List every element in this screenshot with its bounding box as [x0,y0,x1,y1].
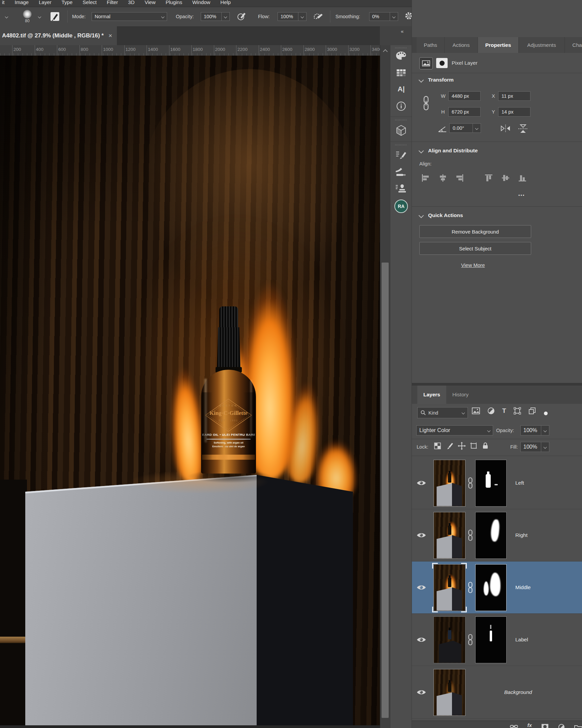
layer-mask-thumbnail[interactable] [475,460,506,506]
layers-opacity-select[interactable]: 100% [520,425,549,436]
layer-mask-thumbnail[interactable] [475,617,506,663]
align-vertical-centers-button[interactable] [501,174,510,182]
rotation-caret[interactable] [473,123,481,133]
layer-row-middle[interactable]: Middle [412,562,582,614]
airbrush-toggle[interactable] [312,7,324,26]
layer-row-right[interactable]: Right [412,509,582,562]
visibility-eye-icon[interactable] [416,689,426,695]
menu-item-window[interactable]: Window [192,0,210,5]
menu-item-3d[interactable]: 3D [128,0,134,5]
brush-settings-toggle[interactable] [50,7,60,26]
view-more-link[interactable]: View More [461,262,485,268]
tab-adjustments[interactable]: Adjustments [519,37,565,53]
align-horizontal-centers-button[interactable] [438,174,448,182]
document-tab[interactable]: A4802.tif @ 27.9% (Middle , RGB/16) * × [0,26,117,45]
filter-adjustment-layers-icon[interactable] [487,407,495,415]
mask-link-icon[interactable] [468,634,473,645]
color-panel-icon[interactable] [390,51,412,61]
3d-panel-icon[interactable] [390,125,412,136]
dock-grip[interactable] [395,47,407,49]
remove-background-button[interactable]: Remove Background [419,225,531,238]
canvas[interactable]: BOSTON King·C·Gillette EST · 1901 BEARD … [0,56,380,725]
link-dimensions-icon[interactable] [423,96,429,110]
swatches-panel-icon[interactable] [390,69,412,77]
tab-history[interactable]: History [446,386,475,404]
collapse-panels-icon[interactable]: « [401,28,404,34]
opacity-select[interactable]: 100% [201,7,230,26]
brushes-panel-icon[interactable] [390,167,412,177]
tab-properties[interactable]: Properties [478,37,519,53]
menu-item-edit[interactable]: it [2,0,5,5]
menu-item-view[interactable]: View [145,0,156,5]
tab-actions[interactable]: Actions [445,37,478,53]
layer-row-label[interactable]: Label [412,614,582,666]
layer-thumbnail[interactable] [434,564,466,611]
layer-thumbnail[interactable] [434,460,466,506]
menu-item-plugins[interactable]: Plugins [166,0,182,5]
filter-pixel-layers-icon[interactable] [472,408,480,414]
align-right-edges-button[interactable] [454,174,464,182]
scroll-up-icon[interactable] [383,49,388,54]
flow-select[interactable]: 100% [278,7,306,26]
menu-item-layer[interactable]: Layer [39,0,52,5]
brush-preset-picker[interactable]: 80 [23,7,32,26]
visibility-eye-icon[interactable] [416,532,426,538]
mask-link-icon[interactable] [468,582,473,593]
new-group-icon[interactable] [574,721,582,728]
align-top-edges-button[interactable] [484,174,493,182]
blend-mode-select[interactable]: Lighter Color [416,425,493,436]
layer-thumbnail[interactable] [434,617,466,663]
layer-styles-icon[interactable]: fx [527,721,532,728]
visibility-eye-icon[interactable] [416,480,426,486]
clone-source-panel-icon[interactable] [390,183,412,193]
filter-smart-objects-icon[interactable] [528,407,536,415]
brush-settings-panel-icon[interactable] [390,150,412,160]
filter-type-layers-icon[interactable]: T [502,407,506,415]
close-tab-icon[interactable]: × [108,32,112,40]
select-subject-button[interactable]: Select Subject [419,242,531,255]
pressure-opacity-toggle[interactable] [237,7,247,26]
tool-preset-caret[interactable] [5,7,8,26]
dock-grip[interactable] [395,119,407,121]
tab-layers[interactable]: Layers [417,386,446,404]
lock-transparent-pixels-icon[interactable] [434,443,441,449]
add-layer-mask-icon[interactable] [541,721,549,728]
menu-item-image[interactable]: Image [15,0,29,5]
width-field[interactable]: 4480 px [448,91,481,101]
lock-all-icon[interactable] [482,442,489,449]
height-field[interactable]: 6720 px [448,107,481,116]
flip-horizontal-button[interactable] [500,124,511,133]
align-more-options-icon[interactable]: ••• [518,193,525,198]
tab-paths[interactable]: Paths [417,37,445,53]
y-field[interactable]: 14 px [498,107,530,116]
brush-picker-caret[interactable] [38,7,41,26]
menu-item-filter[interactable]: Filter [107,0,118,5]
info-panel-icon[interactable] [390,101,412,111]
layer-mask-thumbnail[interactable] [475,512,506,559]
lock-artboard-icon[interactable] [470,442,478,450]
lock-image-pixels-icon[interactable] [446,442,453,450]
character-panel-icon[interactable]: A| [390,85,412,93]
mask-link-icon[interactable] [468,477,473,489]
align-collapse-icon[interactable] [419,148,424,154]
lock-position-icon[interactable] [458,442,466,450]
canvas-scrollbar[interactable] [380,45,390,728]
align-left-edges-button[interactable] [421,174,431,182]
new-adjustment-layer-icon[interactable] [558,721,565,728]
account-avatar[interactable]: RA [390,200,412,213]
menu-item-help[interactable]: Help [220,0,231,5]
filter-kind-select[interactable]: Kind [417,407,468,418]
menu-item-type[interactable]: Type [62,0,73,5]
dock-grip[interactable] [395,144,407,146]
smoothing-select[interactable]: 0% [369,7,398,26]
align-bottom-edges-button[interactable] [518,174,527,182]
visibility-eye-icon[interactable] [416,637,426,643]
link-layers-icon[interactable] [510,721,518,728]
visibility-eye-icon[interactable] [416,584,426,591]
tab-channels[interactable]: Channels [565,37,582,53]
transform-collapse-icon[interactable] [419,78,424,83]
menu-item-select[interactable]: Select [83,0,97,5]
layer-row-left[interactable]: Left [412,457,582,509]
layer-mask-thumbnail[interactable] [475,564,506,611]
mask-link-icon[interactable] [468,529,473,541]
